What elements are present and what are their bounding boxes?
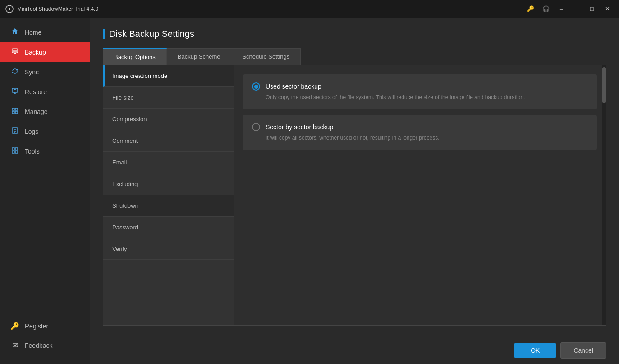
maximize-button[interactable]: □: [586, 3, 598, 15]
tab-backup-options-label: Backup Options: [114, 54, 156, 60]
settings-item-verify[interactable]: Verify: [103, 238, 234, 260]
minimize-button[interactable]: —: [570, 3, 583, 15]
menu-icon[interactable]: ≡: [555, 3, 568, 15]
option-used-sector-header: Used sector backup: [252, 82, 588, 91]
tab-schedule-settings[interactable]: Schedule Settings: [231, 48, 301, 65]
page-title: Disk Backup Settings: [103, 29, 606, 39]
sidebar-item-manage[interactable]: Manage: [0, 102, 90, 122]
settings-item-image-creation-mode[interactable]: Image creation mode: [103, 65, 234, 87]
titlebar-left: MiniTool ShadowMaker Trial 4.4.0: [5, 5, 98, 13]
register-key-icon: 🔑: [10, 322, 19, 330]
scrollbar-thumb[interactable]: [602, 67, 606, 103]
svg-rect-3: [14, 53, 16, 54]
tab-backup-scheme-label: Backup Scheme: [178, 53, 220, 60]
sidebar-item-feedback[interactable]: ✉ Feedback: [0, 336, 90, 355]
option-sector-by-sector-header: Sector by sector backup: [252, 123, 588, 131]
option-used-sector-title: Used sector backup: [266, 83, 321, 90]
svg-rect-6: [15, 108, 18, 110]
sidebar-label-logs: Logs: [25, 128, 38, 135]
svg-rect-15: [12, 151, 14, 153]
tab-bar: Backup Options Backup Scheme Schedule Se…: [103, 48, 606, 65]
settings-item-password-label: Password: [112, 224, 138, 231]
sidebar-item-sync[interactable]: Sync: [0, 62, 90, 82]
home-icon: [10, 28, 19, 37]
scrollbar-track: [602, 65, 606, 325]
settings-panel: Image creation mode File size Compressio…: [103, 65, 606, 326]
svg-rect-7: [12, 111, 14, 114]
svg-rect-8: [15, 111, 18, 114]
settings-item-password[interactable]: Password: [103, 217, 234, 238]
option-sector-by-sector-title: Sector by sector backup: [266, 123, 333, 131]
settings-item-excluding[interactable]: Excluding: [103, 173, 234, 195]
settings-item-compression[interactable]: Compression: [103, 109, 234, 130]
settings-item-shutdown-label: Shutdown: [112, 202, 138, 209]
headphones-icon[interactable]: 🎧: [540, 3, 552, 15]
page-title-text: Disk Backup Settings: [109, 29, 194, 39]
option-used-sector-desc: Only copy the used sectors of the file s…: [252, 93, 588, 101]
settings-item-verify-label: Verify: [112, 246, 127, 252]
feedback-mail-icon: ✉: [10, 341, 19, 350]
close-button[interactable]: ✕: [601, 3, 614, 15]
sidebar-label-manage: Manage: [25, 108, 48, 115]
option-used-sector[interactable]: Used sector backup Only copy the used se…: [243, 74, 597, 109]
settings-item-image-creation-mode-label: Image creation mode: [112, 73, 167, 79]
sidebar-item-register[interactable]: 🔑 Register: [0, 316, 90, 336]
sidebar-item-backup[interactable]: Backup: [0, 42, 90, 62]
settings-item-file-size-label: File size: [112, 94, 134, 101]
sidebar-label-home: Home: [25, 29, 41, 36]
manage-icon: [10, 107, 19, 116]
sidebar-label-feedback: Feedback: [25, 342, 52, 349]
sidebar-bottom: 🔑 Register ✉ Feedback: [0, 316, 90, 364]
svg-rect-16: [15, 151, 18, 153]
settings-item-shutdown[interactable]: Shutdown: [103, 195, 234, 217]
sidebar-label-register: Register: [25, 323, 48, 330]
main-area: Disk Backup Settings Backup Options Back…: [90, 18, 619, 364]
sidebar-item-restore[interactable]: Restore: [0, 82, 90, 102]
sync-icon: [10, 68, 19, 77]
ok-button[interactable]: OK: [514, 343, 556, 358]
tools-icon: [10, 147, 19, 156]
sidebar-label-sync: Sync: [25, 68, 39, 76]
logs-icon: [10, 127, 19, 136]
tab-schedule-settings-label: Schedule Settings: [242, 53, 289, 60]
restore-icon: [10, 87, 19, 96]
cancel-button[interactable]: Cancel: [560, 342, 606, 359]
option-sector-by-sector[interactable]: Sector by sector backup It will copy all…: [243, 115, 597, 150]
app-logo-icon: [5, 5, 14, 13]
option-sector-by-sector-desc: It will copy all sectors, whether used o…: [252, 134, 588, 142]
settings-item-comment[interactable]: Comment: [103, 130, 234, 152]
settings-item-comment-label: Comment: [112, 137, 138, 144]
radio-sector-by-sector[interactable]: [252, 123, 260, 131]
sidebar-label-backup: Backup: [25, 49, 46, 56]
tab-backup-scheme[interactable]: Backup Scheme: [167, 48, 232, 65]
backup-icon: [10, 48, 19, 57]
settings-item-file-size[interactable]: File size: [103, 87, 234, 109]
svg-rect-5: [12, 108, 14, 110]
footer-bar: OK Cancel: [90, 337, 619, 364]
svg-rect-14: [15, 148, 18, 150]
content-area: Disk Backup Settings Backup Options Back…: [90, 18, 619, 337]
key-icon[interactable]: 🔑: [524, 3, 537, 15]
sidebar-item-home[interactable]: Home: [0, 23, 90, 42]
titlebar: MiniTool ShadowMaker Trial 4.4.0 🔑 🎧 ≡ —…: [0, 0, 619, 18]
sidebar-item-logs[interactable]: Logs: [0, 122, 90, 141]
sidebar-label-tools: Tools: [25, 148, 40, 155]
radio-used-sector[interactable]: [252, 82, 260, 91]
app-title: MiniTool ShadowMaker Trial 4.4.0: [17, 6, 98, 12]
sidebar-label-restore: Restore: [25, 88, 47, 96]
settings-item-email[interactable]: Email: [103, 152, 234, 173]
settings-content-scroll[interactable]: Used sector backup Only copy the used se…: [243, 74, 597, 316]
app-body: Home Backup Sync Restore Manage: [0, 18, 619, 364]
svg-rect-2: [13, 50, 17, 52]
settings-item-email-label: Email: [112, 159, 127, 166]
tab-backup-options[interactable]: Backup Options: [103, 48, 167, 65]
settings-item-compression-label: Compression: [112, 116, 147, 123]
titlebar-controls: 🔑 🎧 ≡ — □ ✕: [524, 3, 614, 15]
svg-rect-13: [12, 148, 14, 150]
settings-content: Used sector backup Only copy the used se…: [234, 65, 606, 325]
settings-list: Image creation mode File size Compressio…: [103, 65, 234, 325]
sidebar: Home Backup Sync Restore Manage: [0, 18, 90, 364]
settings-item-excluding-label: Excluding: [112, 181, 138, 187]
sidebar-item-tools[interactable]: Tools: [0, 141, 90, 161]
